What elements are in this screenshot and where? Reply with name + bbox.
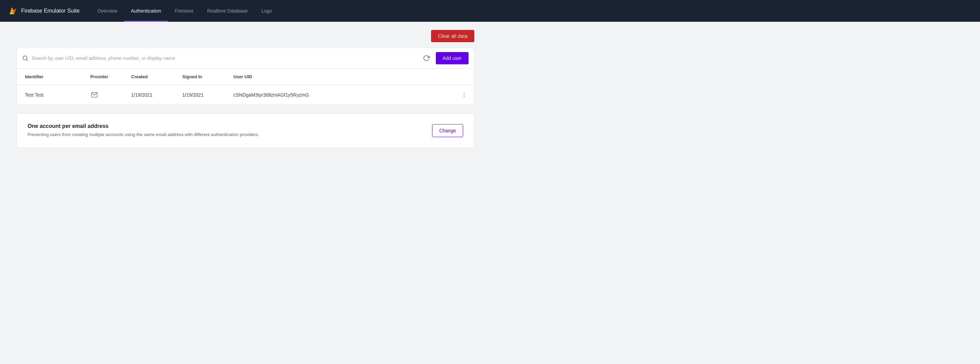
search-icon (22, 55, 28, 61)
search-container (22, 55, 417, 61)
col-header-provider: Provider (85, 69, 126, 85)
cell-actions (454, 85, 474, 105)
cell-created: 1/19/2021 (126, 85, 177, 105)
col-header-identifier: Identifier (17, 69, 85, 85)
nav-tabs: Overview Authentication Firestore Realti… (91, 0, 279, 22)
add-user-button[interactable]: Add user (436, 52, 469, 64)
svg-line-5 (26, 59, 27, 60)
cell-identifier: Test Test (17, 85, 85, 105)
settings-card: One account per email address Preventing… (16, 113, 474, 148)
tab-overview[interactable]: Overview (91, 0, 124, 22)
refresh-icon (423, 55, 430, 62)
svg-point-7 (464, 93, 465, 93)
settings-card-content: One account per email address Preventing… (28, 123, 424, 138)
col-header-user-uid: User UID (228, 69, 454, 85)
tab-firestore[interactable]: Firestore (168, 0, 200, 22)
svg-point-9 (464, 96, 465, 97)
refresh-button[interactable] (421, 53, 432, 63)
users-table: Identifier Provider Created Signed In Us… (17, 69, 474, 105)
email-provider-icon (90, 91, 99, 99)
cell-signed-in: 1/19/2021 (177, 85, 228, 105)
app-brand: Firebase Emulator Suite (8, 6, 80, 16)
svg-point-8 (464, 95, 465, 95)
tab-realtime-database[interactable]: Realtime Database (200, 0, 255, 22)
row-more-button[interactable] (460, 90, 469, 99)
table-row: Test Test 1/19/2021 1/19/2021 cSNDgaM3ty… (17, 85, 474, 105)
change-button[interactable]: Change (432, 124, 463, 137)
users-table-container: Identifier Provider Created Signed In Us… (16, 68, 474, 105)
col-header-actions (454, 69, 474, 85)
col-header-signed-in: Signed In (177, 69, 228, 85)
top-action-row: Clear all data (16, 30, 474, 42)
navbar: Firebase Emulator Suite Overview Authent… (0, 0, 980, 22)
tab-logs[interactable]: Logs (255, 0, 278, 22)
cell-user-uid: cSNDgaM3tyr3t9lzmAGf1y5RyzmG (228, 85, 454, 105)
cell-provider (85, 85, 126, 105)
app-title: Firebase Emulator Suite (21, 8, 80, 14)
search-input[interactable] (32, 55, 417, 61)
col-header-created: Created (126, 69, 177, 85)
search-row: Add user (16, 47, 474, 68)
clear-all-button[interactable]: Clear all data (431, 30, 474, 42)
main-content: Clear all data Add user Identifier Provi… (0, 22, 491, 156)
tab-authentication[interactable]: Authentication (124, 0, 168, 22)
settings-card-description: Preventing users from creating multiple … (28, 131, 424, 138)
settings-card-title: One account per email address (28, 123, 424, 129)
firebase-icon (8, 6, 18, 16)
table-header-row: Identifier Provider Created Signed In Us… (17, 69, 474, 85)
